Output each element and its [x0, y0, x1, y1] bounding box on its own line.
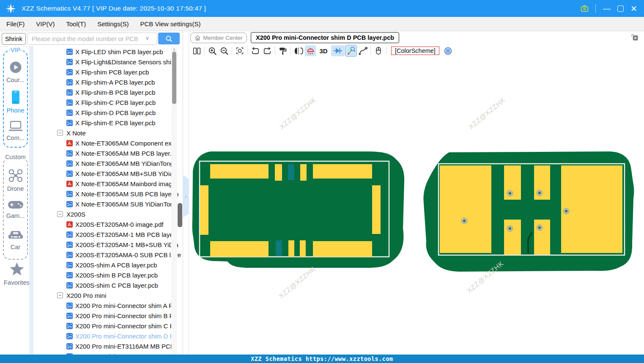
- pcb-file-icon: [66, 69, 73, 75]
- curve-trace-tool[interactable]: [357, 45, 368, 56]
- collapse-icon[interactable]: −: [57, 292, 63, 298]
- tree-item-label: X200 Pro mini-ET3116AM MB PCB: [75, 343, 175, 350]
- paint-layer-tool[interactable]: [277, 45, 288, 56]
- tree-item-label: X Note: [66, 129, 86, 137]
- tree-item[interactable]: X Flip-Light&Distance Sensors shim: [34, 57, 183, 67]
- zoom-in-tool[interactable]: [207, 45, 218, 56]
- tree-item[interactable]: X Note-ET3065AM MB YiDianTong: [34, 158, 183, 168]
- tree-item[interactable]: X200S-shim A PCB layer.pcb: [34, 260, 183, 270]
- tree-item[interactable]: X Note-ET3065AM SUB YiDianTong: [34, 199, 183, 209]
- tree-item[interactable]: X Note-ET3065AM Mainbord imag: [34, 179, 183, 189]
- menu-settings[interactable]: Settings(S): [97, 20, 129, 28]
- pdf-file-icon: [66, 221, 73, 228]
- visibility-eye-icon[interactable]: [443, 45, 454, 56]
- play-icon: [9, 60, 22, 74]
- tree-group[interactable]: −X200S: [34, 209, 183, 219]
- tree-item[interactable]: X200 Pro mini-Connector shim D P: [34, 331, 183, 341]
- sidebar-item-drone[interactable]: Drone: [4, 168, 27, 192]
- tree-item[interactable]: X Flip-shim PCB layer.pcb: [34, 67, 183, 77]
- pcb-file-icon: [66, 59, 73, 65]
- 3d-view-tool[interactable]: 3D: [317, 45, 330, 56]
- tree-item[interactable]: X200 Pro mini-Connector shim B P: [34, 311, 183, 321]
- laptop-icon: [8, 120, 23, 132]
- vip-briefcase-icon[interactable]: [578, 2, 591, 15]
- panel-scrollbar-thumb[interactable]: [178, 203, 182, 227]
- tree-item[interactable]: X200 Pro mini-Connector shim C P: [34, 321, 183, 331]
- main-area: Member Center X200 Pro mini-Connector sh…: [189, 31, 644, 355]
- tree-item[interactable]: X Note-ET3065AM Component exp: [34, 138, 183, 148]
- pcb-viewer-canvas[interactable]: XZZ@XZZHKXZZ@XZZHKXZZ@XZZHKXZZ@XZZHK: [189, 58, 644, 355]
- menu-file[interactable]: File(F): [6, 20, 25, 28]
- tree-item[interactable]: X200S-ET3205AM-1 MB PCB layer.: [34, 229, 183, 239]
- tree-scrollbar-thumb[interactable]: [172, 52, 176, 104]
- measure-pen-tool[interactable]: [345, 45, 356, 56]
- tree-item[interactable]: X Flip-shim-C PCB layer.pcb: [34, 97, 183, 107]
- tree-item[interactable]: X200S-ET3205AMA-0 SUB PCB laye: [34, 250, 183, 260]
- tree-item-label: X Note-ET3065AM Mainbord imag: [75, 180, 172, 187]
- tree-item[interactable]: X200S-shim B PCB layer.pcb: [34, 270, 183, 280]
- tree-item[interactable]: X200 Pro mini-ET3116AM MB+SUB: [34, 351, 183, 355]
- close-tab-icon[interactable]: [630, 33, 639, 41]
- menu-pcb-view-settings[interactable]: PCB View settings(S): [140, 20, 200, 28]
- tree-item[interactable]: X Note-ET3065AM MB+SUB YiDian: [34, 168, 183, 179]
- colorscheme-button[interactable]: [ColorScheme]: [391, 47, 439, 55]
- menu-tool[interactable]: Tool(T): [66, 20, 86, 28]
- sidebar-item-phone[interactable]: Phone: [4, 90, 27, 114]
- search-input[interactable]: [27, 33, 157, 45]
- tree-item[interactable]: X Flip-shim-A PCB layer.pcb: [34, 77, 183, 87]
- pcb-file-icon: [66, 191, 73, 197]
- member-center-button[interactable]: Member Center: [190, 33, 247, 43]
- fit-view-tool[interactable]: [234, 45, 245, 56]
- mouse-settings-tool[interactable]: [373, 45, 384, 56]
- rotate-ccw-tool[interactable]: [250, 45, 261, 56]
- close-button[interactable]: ✕: [627, 2, 641, 15]
- minimize-button[interactable]: —: [600, 2, 614, 15]
- tree-item-label: X Note-ET3065AM MB PCB layer.p: [75, 150, 175, 157]
- tree-item[interactable]: X Note-ET3065AM SUB PCB layer.p: [34, 189, 183, 199]
- sidebar-item-course[interactable]: Cour...: [4, 60, 27, 83]
- rotate-cw-tool[interactable]: [262, 45, 273, 56]
- collapse-left-panel-handle[interactable]: ‹: [183, 175, 189, 218]
- collapse-icon[interactable]: −: [57, 130, 63, 136]
- tree-item[interactable]: X Flip-LED shim PCB layer.pcb: [34, 47, 183, 57]
- pcb-tree: X Flip-LED shim PCB layer.pcbX Flip-Ligh…: [34, 47, 183, 355]
- gamepad-icon: [8, 200, 24, 210]
- silkscreen-lamp-tool[interactable]: [305, 45, 316, 56]
- mirror-flip-tool[interactable]: [293, 45, 304, 56]
- menu-vip[interactable]: VIP(V): [36, 20, 55, 28]
- zoom-out-tool[interactable]: [219, 45, 230, 56]
- tree-item[interactable]: X200S-ET3205AM-1 MB+SUB YiDia: [34, 239, 183, 250]
- pcb-boards: [189, 58, 644, 355]
- pcb-file-icon: [66, 302, 73, 309]
- sidebar-item-favorites[interactable]: Favorites: [0, 262, 33, 286]
- tree-group[interactable]: −X Note: [34, 128, 183, 138]
- status-bar: XZZ Schematics https://www.xzztools.com: [0, 355, 644, 363]
- tree-item[interactable]: X Note-ET3065AM MB PCB layer.p: [34, 148, 183, 158]
- tree-item-label: X Note-ET3065AM MB+SUB YiDian: [75, 170, 177, 177]
- search-button[interactable]: [158, 33, 180, 44]
- tree-item[interactable]: X200S-ET3205AM-0 image.pdf: [34, 219, 183, 229]
- shrink-button[interactable]: Shrink: [2, 33, 26, 45]
- tree-item-label: X Flip-shim-E PCB layer.pcb: [75, 119, 155, 126]
- sidebar-item-car[interactable]: Car: [4, 229, 27, 250]
- sidebar-item-game[interactable]: Gam...: [4, 200, 27, 219]
- tree-item-label: X Flip-Light&Distance Sensors shim: [75, 58, 176, 66]
- pcb-toolbar: 3D: [189, 44, 644, 58]
- maximize-button[interactable]: [614, 2, 627, 15]
- collapse-icon[interactable]: −: [57, 211, 63, 217]
- tree-item[interactable]: X Flip-shim-D PCB layer.pcb: [34, 107, 183, 118]
- tree-item-label: X200S-ET3205AM-0 image.pdf: [75, 221, 163, 228]
- split-view-tool[interactable]: [191, 45, 202, 56]
- tree-item[interactable]: X200 Pro mini-ET3116AM MB PCB: [34, 341, 183, 351]
- diode-mode-tool[interactable]: [331, 45, 345, 56]
- tree-item[interactable]: X Flip-shim-B PCB layer.pcb: [34, 87, 183, 97]
- tree-item-label: X200 Pro mini-Connector shim C P: [75, 322, 174, 330]
- tree-item[interactable]: X Flip-shim-E PCB layer.pcb: [34, 118, 183, 128]
- sidebar-item-computer[interactable]: Com...: [4, 120, 27, 141]
- tree-item[interactable]: X200 Pro mini-Connector shim A P: [34, 300, 183, 311]
- tree-item-label: X200S-ET3205AMA-0 SUB PCB laye: [75, 251, 181, 258]
- tree-group[interactable]: −X200 Pro mini: [34, 290, 183, 300]
- active-pcb-tab[interactable]: X200 Pro mini-Connector shim D PCB layer…: [251, 32, 399, 43]
- pcb-file-icon: [66, 110, 73, 116]
- tree-item[interactable]: X200S-shim C PCB layer.pcb: [34, 280, 183, 290]
